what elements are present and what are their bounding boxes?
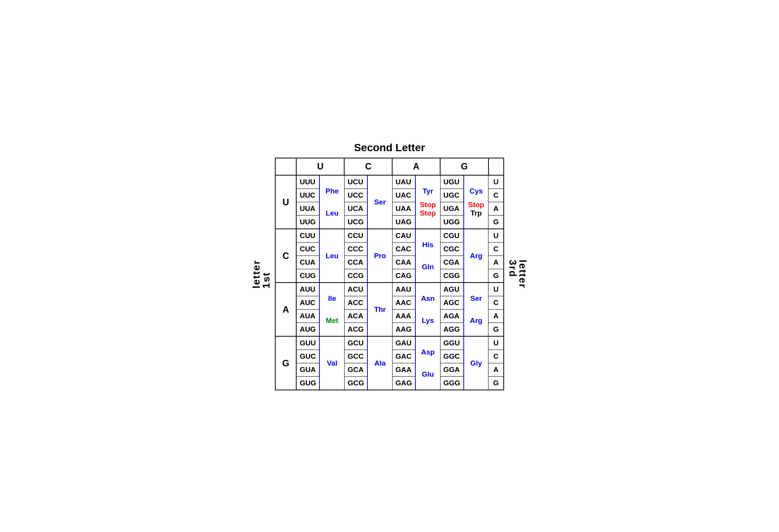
page-wrapper: Second Letter 1stletter U C A G (240, 130, 539, 402)
codon-cell: GUG (296, 377, 319, 390)
main-title: Second Letter (354, 142, 425, 154)
third-letter-cell: G (488, 323, 504, 337)
amino-cell: Val (319, 336, 344, 390)
amino-cell: HisGln (415, 229, 440, 283)
codon-cell: CCA (344, 256, 367, 269)
codon-cell: GCU (344, 336, 367, 350)
second-U-header: U (296, 158, 344, 175)
table-row: AAUUIleMetACUThrAAUAsnLysAGUSerArgU (275, 283, 504, 296)
codon-cell: GAA (392, 363, 415, 377)
third-letter-cell: G (488, 216, 504, 229)
codon-cell: CGC (440, 243, 464, 256)
codon-cell: AGC (440, 296, 464, 310)
amino-cell: Arg (464, 229, 488, 283)
codon-cell: GGC (440, 350, 464, 363)
right-label: 3rdletter (508, 260, 528, 289)
codon-cell: AAU (392, 283, 415, 296)
codon-cell: CCU (344, 229, 367, 243)
second-G-header: G (440, 158, 488, 175)
codon-cell: GAU (392, 336, 415, 350)
codon-cell: UAA (392, 202, 415, 216)
third-letter-cell: A (488, 363, 504, 377)
codon-table: U C A G UUUUPheLeuUCUSerUAUTyrStopStopUG… (275, 158, 504, 390)
codon-cell: UUG (296, 216, 319, 229)
codon-cell: AAC (392, 296, 415, 310)
codon-cell: UAG (392, 216, 415, 229)
third-letter-cell: C (488, 243, 504, 256)
amino-cell: CysStopTrp (464, 175, 488, 229)
table-row: GGUUValGCUAlaGAUAspGluGGUGlyU (275, 336, 504, 350)
codon-cell: UCU (344, 175, 367, 189)
codon-cell: UGG (440, 216, 464, 229)
codon-cell: AAA (392, 310, 415, 323)
second-A-header: A (392, 158, 440, 175)
codon-cell: GGA (440, 363, 464, 377)
amino-cell: Ala (367, 336, 392, 390)
second-letter-header-row: U C A G (275, 158, 504, 175)
third-letter-cell: G (488, 269, 504, 283)
amino-cell: AsnLys (415, 283, 440, 336)
codon-cell: GGU (440, 336, 464, 350)
codon-cell: UUU (296, 175, 319, 189)
codon-cell: CCG (344, 269, 367, 283)
codon-cell: AUC (296, 296, 319, 310)
codon-cell: AAG (392, 323, 415, 337)
first-letter-label: 1stletter (251, 260, 271, 289)
codon-cell: CGA (440, 256, 464, 269)
table-row: CCUULeuCCUProCAUHisGlnCGUArgU (275, 229, 504, 243)
codon-cell: ACC (344, 296, 367, 310)
table-row: UUUUPheLeuUCUSerUAUTyrStopStopUGUCysStop… (275, 175, 504, 189)
codon-cell: CGG (440, 269, 464, 283)
left-label: 1stletter (251, 260, 271, 289)
codon-cell: UGA (440, 202, 464, 216)
codon-cell: GGG (440, 377, 464, 390)
codon-cell: GUA (296, 363, 319, 377)
codon-cell: UCC (344, 189, 367, 202)
third-letter-cell: U (488, 175, 504, 189)
codon-cell: AGG (440, 323, 464, 337)
corner-cell (275, 158, 296, 175)
amino-cell: Leu (319, 229, 344, 283)
codon-cell: GUC (296, 350, 319, 363)
third-letter-cell: G (488, 377, 504, 390)
codon-cell: AGA (440, 310, 464, 323)
codon-cell: GCC (344, 350, 367, 363)
codon-cell: UAC (392, 189, 415, 202)
first-letter-cell: U (275, 175, 296, 229)
codon-cell: CUG (296, 269, 319, 283)
third-letter-cell: U (488, 283, 504, 296)
codon-cell: UUA (296, 202, 319, 216)
codon-cell: CGU (440, 229, 464, 243)
third-letter-cell: C (488, 296, 504, 310)
amino-cell: IleMet (319, 283, 344, 336)
codon-cell: CUU (296, 229, 319, 243)
codon-cell: GAG (392, 377, 415, 390)
codon-cell: UCA (344, 202, 367, 216)
amino-cell: PheLeu (319, 175, 344, 229)
codon-cell: GAC (392, 350, 415, 363)
codon-cell: AUG (296, 323, 319, 337)
first-letter-cell: G (275, 336, 296, 390)
codon-cell: CUC (296, 243, 319, 256)
third-letter-cell: A (488, 310, 504, 323)
first-letter-cell: C (275, 229, 296, 283)
codon-cell: ACA (344, 310, 367, 323)
third-letter-cell: U (488, 336, 504, 350)
third-letter-cell: C (488, 189, 504, 202)
amino-cell: AspGlu (415, 336, 440, 390)
codon-cell: AGU (440, 283, 464, 296)
third-letter-cell: A (488, 256, 504, 269)
first-letter-cell: A (275, 283, 296, 336)
codon-cell: UUC (296, 189, 319, 202)
codon-cell: CAU (392, 229, 415, 243)
amino-cell: Pro (367, 229, 392, 283)
codon-cell: CAG (392, 269, 415, 283)
amino-cell: Gly (464, 336, 488, 390)
codon-cell: GCA (344, 363, 367, 377)
codon-cell: ACG (344, 323, 367, 337)
codon-cell: GUU (296, 336, 319, 350)
amino-cell: Thr (367, 283, 392, 336)
third-letter-cell: A (488, 202, 504, 216)
codon-cell: CAA (392, 256, 415, 269)
codon-cell: CAC (392, 243, 415, 256)
